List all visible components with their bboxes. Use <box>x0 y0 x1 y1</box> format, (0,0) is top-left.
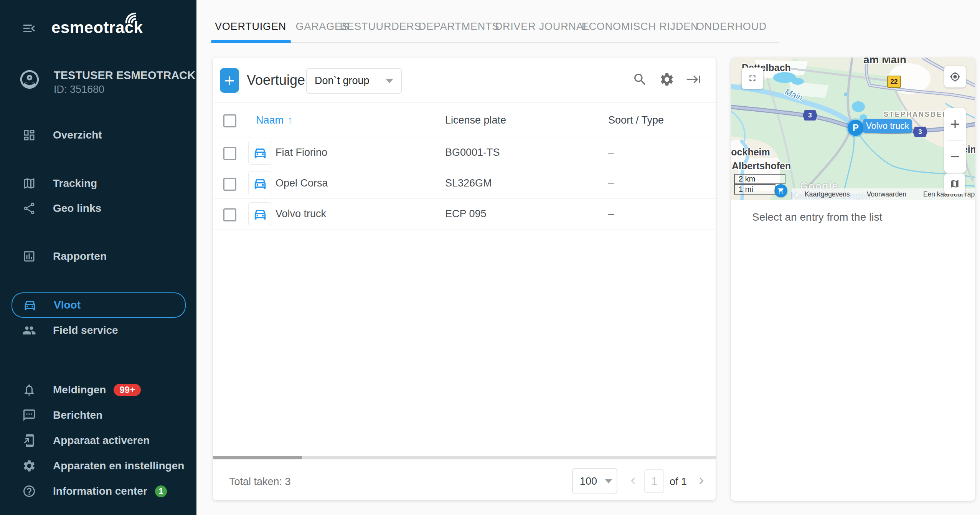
sidebar-item-overzicht[interactable]: Overzicht <box>12 122 184 148</box>
top-tabs: VOERTUIGEN GARAGES BESTUURDERS DEPARTMEN… <box>0 0 980 43</box>
chat-icon <box>22 408 36 422</box>
add-vehicle-button[interactable]: + <box>220 68 239 93</box>
next-page-icon[interactable] <box>695 474 708 487</box>
page-of-label: of 1 <box>670 476 687 488</box>
map-icon <box>22 177 36 190</box>
vehicle-name: Fiat Fiorino <box>276 147 327 158</box>
collapse-panel-icon[interactable] <box>686 72 701 87</box>
sidebar-item-label: Overzicht <box>53 129 102 141</box>
sidebar-item-information-center[interactable]: Information center 1 <box>12 479 184 504</box>
active-tab-indicator <box>211 40 291 43</box>
zoom-in-button[interactable]: + <box>944 108 966 140</box>
share-icon <box>22 201 36 215</box>
user-profile[interactable]: TESTUSER ESMEOTRACK ID: 351680 <box>0 68 196 94</box>
shopping-cart-marker[interactable] <box>774 184 787 197</box>
detail-placeholder: Select an entry from the list <box>752 211 882 223</box>
sidebar-item-label: Tracking <box>53 177 97 190</box>
notification-count-badge: 99+ <box>114 384 141 396</box>
vehicle-type: – <box>608 208 614 220</box>
zoom-control: + − <box>944 108 966 173</box>
page-title: Voertuigen <box>247 72 313 88</box>
tab-bestuurders[interactable]: BESTUURDERS <box>340 21 422 33</box>
prev-page-icon[interactable] <box>627 474 640 487</box>
parking-marker[interactable]: P <box>848 120 864 136</box>
vehicle-name: Opel Corsa <box>276 177 328 189</box>
sidebar-item-label: Apparaten en instellingen <box>53 460 184 472</box>
info-count-badge: 1 <box>155 485 167 497</box>
route-shield: 3 <box>803 110 817 120</box>
row-checkbox[interactable] <box>223 178 236 191</box>
fullscreen-button[interactable] <box>742 68 763 89</box>
column-header-naam[interactable]: Naam↑ <box>256 114 293 126</box>
column-header-soort-type[interactable]: Soort / Type <box>608 114 664 126</box>
tab-voertuigen[interactable]: VOERTUIGEN <box>215 21 286 33</box>
tab-departments[interactable]: DEPARTMENTS <box>419 21 499 33</box>
search-icon[interactable] <box>632 72 648 87</box>
sidebar-item-meldingen[interactable]: Meldingen 99+ <box>12 377 184 403</box>
attribution-link[interactable]: Voorwaarden <box>867 190 906 198</box>
sort-asc-icon: ↑ <box>287 114 293 126</box>
page-number-input[interactable]: 1 <box>644 469 664 493</box>
group-by-value: Don`t group <box>315 75 370 87</box>
tabs-divider <box>211 42 779 43</box>
total-count: Total taken: 3 <box>229 476 291 488</box>
attribution-link[interactable]: Kaartgegevens <box>805 190 850 198</box>
detail-panel: Dettelbach am Main Main STEPHANSBER tock… <box>731 58 975 501</box>
row-checkbox[interactable] <box>223 147 236 160</box>
help-icon <box>22 484 36 498</box>
map-type-button[interactable] <box>944 173 965 194</box>
scrollbar-thumb[interactable] <box>213 456 302 459</box>
sidebar-item-label: Meldingen <box>53 384 106 396</box>
map-scale-km: 2 km <box>734 174 785 184</box>
vehicle-map-tooltip[interactable]: Volvo truck <box>863 119 912 133</box>
sidebar-item-field-service[interactable]: Field service <box>12 318 184 343</box>
tab-onderhoud[interactable]: ONDERHOUD <box>696 21 767 33</box>
route-shield: 3 <box>913 127 927 137</box>
sidebar-item-tracking[interactable]: Tracking <box>12 171 184 196</box>
sidebar-item-label: Vloot <box>54 299 81 311</box>
map-town-label: tockheim <box>731 147 770 158</box>
sidebar-item-label: Geo links <box>53 202 101 215</box>
tab-economisch-rijden[interactable]: ECONOMISCH RIJDEN <box>582 21 699 33</box>
vehicle-icon <box>248 141 272 165</box>
map-town-label: Albertshofen <box>732 160 791 172</box>
sidebar-item-apparaat-activeren[interactable]: Apparaat activeren <box>12 428 184 453</box>
sidebar-item-geo-links[interactable]: Geo links <box>12 196 184 221</box>
people-icon <box>22 324 36 337</box>
map[interactable]: Dettelbach am Main Main STEPHANSBER tock… <box>731 58 975 200</box>
select-all-checkbox[interactable] <box>223 114 236 127</box>
sidebar-item-apparaten-instellingen[interactable]: Apparaten en instellingen <box>12 453 184 479</box>
chevron-down-icon <box>605 479 612 484</box>
column-header-license-plate[interactable]: License plate <box>445 114 506 126</box>
sidebar: esmeotrack TESTUSER ESMEOTRACK ID: 35168… <box>0 0 196 515</box>
map-area-label: STEPHANSBER <box>884 111 949 119</box>
zoom-out-button[interactable]: − <box>944 141 966 173</box>
vehicle-icon <box>248 202 272 226</box>
bell-icon <box>22 383 36 397</box>
vehicle-type: – <box>608 147 614 158</box>
tab-driver-journal[interactable]: DRIVER JOURNAL <box>495 21 590 33</box>
sidebar-item-vloot[interactable]: Vloot <box>12 292 186 318</box>
row-checkbox[interactable] <box>223 208 236 221</box>
sidebar-item-rapporten[interactable]: Rapporten <box>12 244 184 269</box>
table-row[interactable]: Volvo truck ECP 095 – <box>213 198 716 229</box>
user-id: ID: 351680 <box>54 84 104 96</box>
vehicles-panel: + Voertuigen Don`t group Naam↑ License p… <box>213 58 716 500</box>
table-settings-icon[interactable] <box>659 72 675 87</box>
horizontal-scrollbar[interactable] <box>213 456 716 459</box>
table-row[interactable]: Fiat Fiorino BG0001-TS – <box>213 137 716 168</box>
group-by-select[interactable]: Don`t group <box>306 68 402 94</box>
map-scale-mi: 1 mi <box>734 184 775 195</box>
vehicle-plate: BG0001-TS <box>445 147 500 158</box>
device-activate-icon <box>22 434 36 447</box>
page-size-select[interactable]: 100 <box>572 468 617 494</box>
page-size-value: 100 <box>580 475 597 487</box>
sidebar-item-label: Rapporten <box>53 250 107 262</box>
map-town-label: am Main <box>863 58 906 66</box>
user-name: TESTUSER ESMEOTRACK <box>54 69 195 82</box>
locate-button[interactable] <box>944 66 966 87</box>
sidebar-item-berichten[interactable]: Berichten <box>12 403 184 428</box>
sidebar-item-label: Information center <box>53 485 147 497</box>
dashboard-icon <box>22 128 36 142</box>
table-row[interactable]: Opel Corsa SL326GM – <box>213 168 716 199</box>
